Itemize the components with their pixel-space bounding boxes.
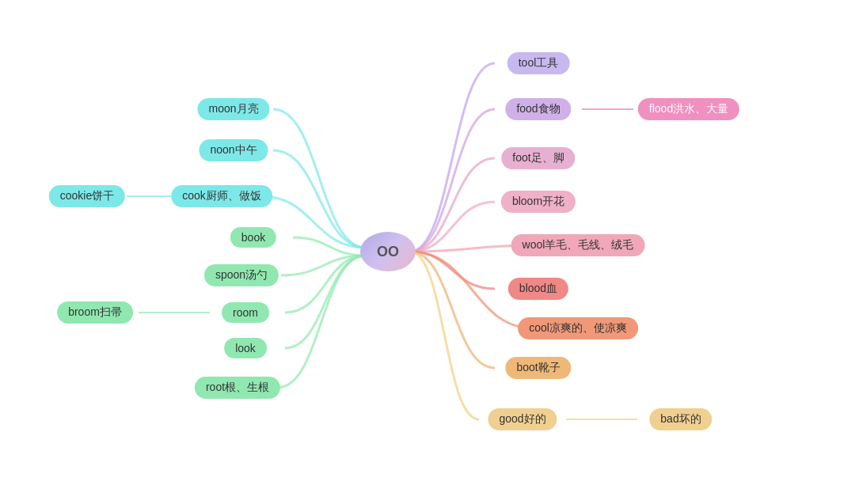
node-spoon: spoon汤勺: [204, 264, 279, 286]
node-noon: noon中午: [199, 139, 268, 161]
node-blood: blood血: [508, 278, 568, 300]
node-bad: bad坏的: [649, 408, 712, 430]
node-room: room: [222, 302, 269, 323]
node-cool: cool凉爽的、使凉爽: [518, 317, 638, 339]
node-flood: flood洪水、大量: [638, 98, 739, 120]
mindmap-canvas: OO moon月亮 noon中午 cook厨师、做饭 cookie饼干 book…: [0, 0, 855, 504]
node-moon: moon月亮: [197, 98, 269, 120]
node-root: root根、生根: [195, 377, 280, 399]
node-book: book: [230, 227, 276, 248]
node-look: look: [224, 338, 267, 358]
center-node: OO: [360, 232, 416, 271]
node-good: good好的: [488, 408, 557, 430]
node-cook: cook厨师、做饭: [171, 185, 272, 207]
node-tool: tool工具: [507, 52, 570, 74]
node-wool: wool羊毛、毛线、绒毛: [511, 234, 645, 256]
node-foot: foot足、脚: [501, 147, 575, 169]
center-label: OO: [377, 244, 399, 260]
node-food: food食物: [505, 98, 571, 120]
node-boot: boot靴子: [505, 357, 571, 379]
node-cookie: cookie饼干: [49, 185, 125, 207]
node-broom: broom扫帚: [57, 301, 133, 324]
node-bloom: bloom开花: [501, 191, 576, 213]
connection-lines: [0, 0, 855, 504]
